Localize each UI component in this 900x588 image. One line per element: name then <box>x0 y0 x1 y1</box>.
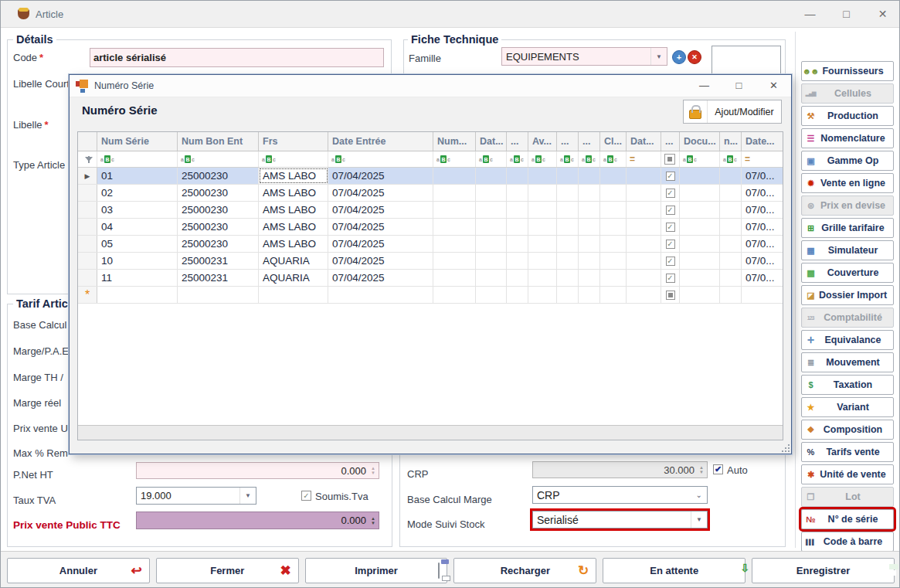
grid-cell[interactable] <box>720 270 742 286</box>
grid-cell[interactable] <box>680 236 720 252</box>
grid-column-header[interactable]: Date... <box>742 132 783 151</box>
grid-cell[interactable]: 25000230 <box>178 202 259 218</box>
sidebar-item-vente-en-ligne[interactable]: ✹Vente en ligne <box>801 173 894 193</box>
fermer-button[interactable]: Fermer✖ <box>156 558 299 583</box>
grid-column-header[interactable]: ... <box>507 132 528 151</box>
sidebar-item-dossier-import[interactable]: ◪Dossier Import <box>801 285 894 305</box>
famille-remove-button[interactable]: ✕ <box>688 50 701 64</box>
grid-cell[interactable] <box>528 185 557 201</box>
grid-cell[interactable] <box>627 168 661 184</box>
grid-cell[interactable]: 07/04/2025 <box>328 253 433 269</box>
table-row[interactable]: * <box>78 287 783 304</box>
maximize-icon[interactable]: □ <box>828 1 864 27</box>
sidebar-item-nomenclature[interactable]: ☰Nomenclature <box>801 128 894 148</box>
grid-cell[interactable] <box>661 287 680 303</box>
table-row[interactable]: 1125000231AQUARIA07/04/2025✓07/0... <box>78 270 783 287</box>
grid-filter-cell[interactable]: aBc <box>600 151 627 167</box>
grid-cell[interactable] <box>720 219 742 235</box>
grid-cell[interactable] <box>600 253 627 269</box>
grid-cell[interactable] <box>476 168 507 184</box>
grid-column-header[interactable]: Dat... <box>476 132 507 151</box>
grid-cell[interactable]: 07/0... <box>742 253 783 269</box>
grid-cell[interactable] <box>528 219 557 235</box>
grid-cell[interactable]: 25000231 <box>178 270 259 286</box>
grid-cell[interactable] <box>476 236 507 252</box>
grid-cell[interactable] <box>433 202 476 218</box>
grid-filter-cell[interactable]: = <box>742 151 783 167</box>
grid-cell[interactable] <box>507 287 528 303</box>
grid-cell[interactable] <box>507 168 528 184</box>
grid-cell[interactable] <box>507 270 528 286</box>
grid-cell[interactable] <box>557 287 579 303</box>
grid-column-header[interactable]: Num... <box>433 132 476 151</box>
sidebar-item-taxation[interactable]: $Taxation <box>801 375 894 395</box>
close-icon[interactable]: ✕ <box>864 1 900 27</box>
grid-cell[interactable] <box>557 236 579 252</box>
grid-cell[interactable] <box>720 202 742 218</box>
grid-cell[interactable] <box>680 253 720 269</box>
grid-filter-cell[interactable]: aBc <box>528 151 557 167</box>
filter-icon[interactable] <box>78 151 97 167</box>
grid-column-header[interactable]: Date Entrée <box>328 132 433 151</box>
grid-cell[interactable] <box>507 219 528 235</box>
grid-cell[interactable]: 07/04/2025 <box>328 202 433 218</box>
row-checkbox[interactable]: ✓ <box>666 206 675 215</box>
grid-cell[interactable] <box>433 270 476 286</box>
sidebar-item-variant[interactable]: ★Variant <box>801 397 894 417</box>
minimize-icon[interactable]: — <box>687 75 722 97</box>
grid-cell[interactable]: ✓ <box>661 185 680 201</box>
grid-cell[interactable] <box>600 236 627 252</box>
grid-cell[interactable] <box>579 253 600 269</box>
sidebar-item-simulateur[interactable]: ▦Simulateur <box>801 240 894 260</box>
grid-cell[interactable] <box>720 287 742 303</box>
grid-cell[interactable]: 07/04/2025 <box>328 270 433 286</box>
grid-cell[interactable]: 07/0... <box>742 168 783 184</box>
grid-column-header[interactable]: Frs <box>259 132 328 151</box>
grid-cell[interactable] <box>680 168 720 184</box>
grid-cell[interactable]: 25000231 <box>178 253 259 269</box>
grid-cell[interactable]: 07/04/2025 <box>328 236 433 252</box>
grid-column-header[interactable]: Av... <box>528 132 557 151</box>
resize-grip[interactable] <box>780 443 790 452</box>
grid-cell[interactable] <box>507 253 528 269</box>
grid-cell[interactable]: ✓ <box>661 253 680 269</box>
row-selector[interactable] <box>78 253 97 269</box>
grid-cell[interactable] <box>433 253 476 269</box>
grid-cell[interactable] <box>720 168 742 184</box>
table-row[interactable]: 0225000230AMS LABO07/04/2025✓07/0... <box>78 185 783 202</box>
row-checkbox[interactable]: ✓ <box>666 189 675 198</box>
grid-cell[interactable] <box>680 287 720 303</box>
grid-cell[interactable]: 07/0... <box>742 236 783 252</box>
grid-column-header[interactable]: Num Bon Ent <box>178 132 259 151</box>
grid-cell[interactable] <box>627 253 661 269</box>
grid-cell[interactable] <box>528 270 557 286</box>
grid-cell[interactable] <box>720 185 742 201</box>
row-selector[interactable] <box>78 270 97 286</box>
sidebar-item-mouvement[interactable]: ≣Mouvement <box>801 352 894 372</box>
grid-cell[interactable]: 07/0... <box>742 185 783 201</box>
grid-filter-cell[interactable]: aBc <box>557 151 579 167</box>
grid-column-header[interactable]: ... <box>661 132 680 151</box>
grid-cell[interactable]: 07/04/2025 <box>328 219 433 235</box>
grid-cell[interactable] <box>579 219 600 235</box>
grid-cell[interactable] <box>742 287 783 303</box>
grid-cell[interactable] <box>600 185 627 201</box>
sidebar-item-fournisseurs[interactable]: ☻☻Fournisseurs <box>801 61 894 81</box>
grid-cell[interactable] <box>476 202 507 218</box>
grid-cell[interactable]: AQUARIA <box>259 253 328 269</box>
grid-cell[interactable]: 07/04/2025 <box>328 168 433 184</box>
grid-cell[interactable] <box>557 185 579 201</box>
grid-column-header[interactable]: Cl... <box>600 132 627 151</box>
grid-filter-cell[interactable]: aBc <box>328 151 433 167</box>
grid-cell[interactable] <box>680 202 720 218</box>
imprimer-button[interactable]: Imprimer <box>305 558 448 583</box>
row-checkbox[interactable] <box>666 291 675 300</box>
sidebar-item-production[interactable]: ⚒Production <box>801 106 894 126</box>
grid-cell[interactable]: 02 <box>97 185 178 201</box>
grid-cell[interactable] <box>557 219 579 235</box>
grid-cell[interactable]: 04 <box>97 219 178 235</box>
grid-filter-cell[interactable]: aBc <box>680 151 720 167</box>
sidebar-item-equivalance[interactable]: ✛Equivalance <box>801 330 894 350</box>
grid-cell[interactable] <box>557 253 579 269</box>
grid-cell[interactable] <box>680 185 720 201</box>
